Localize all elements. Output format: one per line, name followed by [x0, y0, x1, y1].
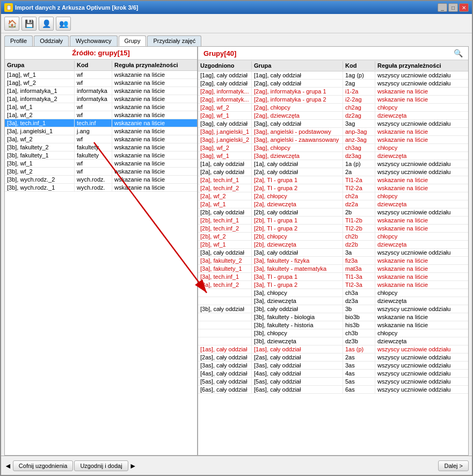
right-table-row[interactable]: [4as], cały oddział [4as], cały oddział … — [198, 370, 468, 378]
right-table-row[interactable]: [3a], chłopcy ch3a chłopcy — [198, 289, 468, 297]
right-table-row[interactable]: [2ag], informatyk... [2ag], informatyka … — [198, 88, 468, 96]
right-cell-kod: mat3a — [343, 265, 375, 272]
right-table-row[interactable]: [3b], cały oddział [3b], cały oddział 3b… — [198, 305, 468, 313]
left-table-row[interactable]: [1a], wf_2 wf wskazanie na liście — [5, 111, 197, 119]
right-table-row[interactable]: [2ag], wf_2 [2ag], chłopcy ch2ag chłopcy — [198, 104, 468, 112]
left-cell-kod: tech.inf — [75, 119, 112, 127]
right-table-row[interactable]: [6as], cały oddział [6as], cały oddział … — [198, 386, 468, 394]
tab-profile[interactable]: Profile — [4, 35, 33, 46]
tab-oddzialy[interactable]: Oddziały — [34, 35, 69, 46]
search-icon[interactable]: 🔍 — [454, 49, 463, 57]
right-table-row[interactable]: [3ag], wf_1 [3ag], dziewczęta dz3ag dzie… — [198, 152, 468, 160]
left-table-row[interactable]: [3b], wych.rodz._2 wych.rodz. wskazanie … — [5, 176, 197, 184]
right-cell-kod: dz3b — [343, 337, 375, 345]
right-table-row[interactable]: [3b], fakultety - biologia bio3b wskazan… — [198, 313, 468, 321]
left-cell-regula: wskazanie na liście — [112, 87, 197, 95]
right-table-header: Uzgodniono Grupa Kod Reguła przynależnoś… — [198, 60, 468, 71]
right-cell-uzgodniono: [5as], cały oddział — [198, 378, 252, 385]
left-table-row[interactable]: [3b], wf_2 wf wskazanie na liście — [5, 168, 197, 176]
left-table-row[interactable]: [3b], fakultety_1 fakultety wskazanie na… — [5, 152, 197, 160]
left-table-row[interactable]: [1ag], wf_2 wf wskazanie na liście — [5, 79, 197, 87]
right-table-row[interactable]: [3a], fakultety_1 [3a], fakultety - mate… — [198, 265, 468, 273]
right-table-row[interactable]: [3as], cały oddział [3as], cały oddział … — [198, 362, 468, 370]
right-table-row[interactable]: [2b], tech.inf_1 [2b], TI - grupa 1 TI1-… — [198, 217, 468, 225]
right-table-row[interactable]: [1as], cały oddział [1as], cały oddział … — [198, 345, 468, 354]
back-button[interactable]: Cofnij uzgodnienia — [13, 460, 74, 471]
right-col-grupa: Grupa — [252, 61, 343, 70]
right-table-row[interactable]: [2b], wf_2 [2b], chłopcy ch2b chłopcy — [198, 233, 468, 241]
right-table-row[interactable]: [2as], cały oddział [2as], cały oddział … — [198, 354, 468, 362]
right-table-row[interactable]: [3b], dziewczęta dz3b dziewczęta — [198, 337, 468, 345]
right-table-row[interactable]: [2a], wf_1 [2a], dziewczęta dz2a dziewcz… — [198, 200, 468, 208]
right-cell-kod: 2b — [343, 208, 375, 216]
right-cell-regula: dziewczęta — [375, 297, 468, 305]
right-table-row[interactable]: [2ag], cały oddział [2ag], cały oddział … — [198, 80, 468, 88]
left-table-row[interactable]: [3a], wf_2 wf wskazanie na liście — [5, 135, 197, 143]
right-table-row[interactable]: [2a], tech.inf_2 [2a], TI - grupa 2 TI2-… — [198, 184, 468, 192]
maximize-button[interactable]: □ — [448, 3, 458, 12]
right-table-row[interactable]: [2b], wf_1 [2b], dziewczęta dz2b dziewcz… — [198, 241, 468, 249]
add-button[interactable]: Uzgodnij i dodaj — [74, 460, 128, 471]
right-table-row[interactable]: [2b], cały oddział [2b], cały oddział 2b… — [198, 208, 468, 217]
toolbar-btn-1[interactable]: 🏠 — [4, 17, 19, 31]
right-table-row[interactable]: [2b], tech.inf_2 [2b], TI - grupa 2 TI2-… — [198, 225, 468, 233]
left-table-row[interactable]: [1a], wf_1 wf wskazanie na liście — [5, 103, 197, 111]
right-cell-regula: dziewczęta — [375, 152, 468, 160]
left-table-row[interactable]: [1ag], wf_1 wf wskazanie na liście — [5, 71, 197, 79]
right-table-row[interactable]: [1ag], cały oddział [1ag], cały oddział … — [198, 71, 468, 80]
right-cell-regula: wskazanie na liście — [375, 273, 468, 280]
right-cell-grupa: [3a], fakultety - matematyka — [252, 265, 343, 272]
tab-grupy[interactable]: Grupy — [119, 35, 147, 46]
tab-wychowawcy[interactable]: Wychowawcy — [70, 35, 118, 46]
right-cell-kod: 3as — [343, 362, 375, 369]
right-cell-uzgodniono: [3ag], wf_1 — [198, 152, 252, 160]
right-table-row[interactable]: [3ag], j.angielski_1 [3ag], angielski - … — [198, 128, 468, 136]
close-button[interactable]: ✕ — [459, 3, 469, 12]
left-table-row[interactable]: [3b], wf_1 wf wskazanie na liście — [5, 160, 197, 168]
toolbar-btn-2[interactable]: 💾 — [21, 17, 37, 31]
right-cell-grupa: [2ag], chłopcy — [252, 104, 343, 111]
left-table-row[interactable]: [1a], informatyka_1 informatyka wskazani… — [5, 87, 197, 95]
right-table-row[interactable]: [2ag], wf_1 [2ag], dziewczęta dz2ag dzie… — [198, 112, 468, 120]
left-cell-grupa: [1ag], wf_1 — [5, 71, 75, 78]
right-cell-regula: wskazanie na liście — [375, 265, 468, 272]
right-table-row[interactable]: [3a], fakultety_2 [3a], fakultety - fizy… — [198, 257, 468, 265]
next-button[interactable]: Dalej > — [438, 460, 469, 471]
right-table-row[interactable]: [2a], cały oddział [2a], cały oddział 2a… — [198, 168, 468, 176]
minimize-button[interactable]: _ — [438, 3, 447, 12]
right-table-row[interactable]: [2a], wf_2 [2a], chłopcy ch2a chłopcy — [198, 192, 468, 200]
toolbar-btn-3[interactable]: 👤 — [39, 17, 54, 31]
right-table-row[interactable]: [3b], fakultety - historia his3b wskazan… — [198, 321, 468, 329]
panels-container: Źródło: grupy[15] Grupa Kod Reguła przyn… — [5, 47, 468, 455]
left-cell-grupa: [3b], wf_2 — [5, 168, 75, 175]
left-table-row[interactable]: [3b], fakultety_2 fakultety wskazanie na… — [5, 143, 197, 152]
right-table-row[interactable]: [2a], tech.inf_1 [2a], TI - grupa 1 TI1-… — [198, 176, 468, 184]
right-table-row[interactable]: [3ag], cały oddział [3ag], cały oddział … — [198, 120, 468, 128]
left-table-row[interactable]: [3b], wych.rodz._1 wych.rodz. wskazanie … — [5, 184, 197, 192]
right-cell-regula: dziewczęta — [375, 112, 468, 119]
left-table-row[interactable]: [3a], j.angielski_1 j.ang wskazanie na l… — [5, 127, 197, 135]
right-table-row[interactable]: [3a], cały oddział [3a], cały oddział 3a… — [198, 249, 468, 257]
left-table-row[interactable]: [1a], informatyka_2 informatyka wskazani… — [5, 95, 197, 103]
right-table-row[interactable]: [3ag], j.angielski_2 [3ag], angielski - … — [198, 136, 468, 144]
right-cell-kod: 6as — [343, 386, 375, 393]
left-table-row[interactable]: [3a], tech.inf_1 tech.inf wskazanie na l… — [5, 119, 197, 127]
right-table-row[interactable]: [3b], chłopcy ch3b chłopcy — [198, 329, 468, 337]
window-title: Import danych z Arkusza Optivum [krok 3/… — [15, 4, 138, 11]
right-table-row[interactable]: [2ag], informatyk... [2ag], informatyka … — [198, 96, 468, 104]
right-table-row[interactable]: [3a], tech.inf_2 [3a], TI - grupa 2 TI2-… — [198, 281, 468, 289]
toolbar-btn-4[interactable]: 👥 — [56, 17, 71, 31]
tab-przydzialy[interactable]: Przydziały zajęć — [147, 35, 201, 46]
right-cell-grupa: [4as], cały oddział — [252, 370, 343, 377]
right-table-row[interactable]: [3a], tech.inf_1 [3a], TI - grupa 1 TI1-… — [198, 273, 468, 281]
right-cell-uzgodniono: [2b], wf_2 — [198, 233, 252, 240]
left-col-regula: Reguła przynależności — [112, 61, 197, 69]
right-table-row[interactable]: [3a], dziewczęta dz3a dziewczęta — [198, 297, 468, 305]
right-table-row[interactable]: [1a], cały oddział [1a], cały oddział 1a… — [198, 160, 468, 168]
right-cell-regula: wskazanie na liście — [375, 128, 468, 135]
right-cell-regula: wskazanie na liście — [375, 88, 468, 95]
right-table-row[interactable]: [3ag], wf_2 [3ag], chłopcy ch3ag chłopcy — [198, 144, 468, 152]
app-icon: 📋 — [4, 3, 13, 12]
right-cell-uzgodniono: [2a], wf_1 — [198, 200, 252, 208]
right-table-row[interactable]: [5as], cały oddział [5as], cały oddział … — [198, 378, 468, 386]
